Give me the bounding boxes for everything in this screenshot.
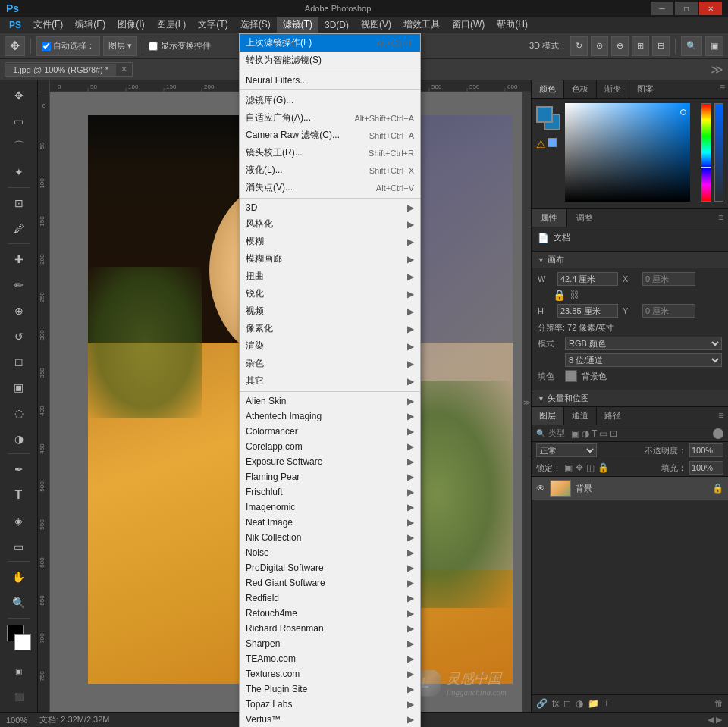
close-button[interactable]: ✕	[699, 2, 722, 15]
blend-mode-select[interactable]: 正常	[536, 443, 597, 457]
plugin-exposure-software[interactable]: Exposure Software ▶	[240, 454, 420, 469]
text-tool[interactable]: T	[7, 483, 31, 507]
plugin-vertus[interactable]: Vertus™ ▶	[240, 712, 420, 727]
filter-vanishing[interactable]: 消失点(V)... Alt+Ctrl+V	[240, 179, 420, 196]
rotate-3d-btn[interactable]: ↻	[570, 36, 588, 56]
depth-select[interactable]: 8 位/通道	[565, 353, 722, 367]
lock-artboard-btn[interactable]: ◫	[586, 462, 595, 473]
hue-slider[interactable]	[701, 103, 711, 202]
lasso-tool[interactable]: ⌒	[7, 135, 31, 159]
hand-tool[interactable]: ✋	[7, 565, 31, 589]
plugin-colormancer[interactable]: Colormancer ▶	[240, 424, 420, 439]
filter-adjust-icon[interactable]: ◑	[582, 428, 589, 439]
layer-item-background[interactable]: 👁 背景 🔒	[532, 477, 728, 500]
web-safe-swatch[interactable]	[548, 138, 557, 147]
filter-noise[interactable]: 杂色 ▶	[240, 355, 420, 372]
w-input[interactable]	[557, 272, 618, 286]
doc-tab-label[interactable]: 1.jpg @ 100% (RGB/8#) *	[5, 64, 116, 76]
crop-tool[interactable]: ⊡	[7, 191, 31, 215]
filter-gallery[interactable]: 滤镜库(G)...	[240, 92, 420, 109]
move-tool-btn[interactable]: ✥	[5, 36, 25, 56]
lock-icon[interactable]: 🔒	[553, 289, 566, 301]
plugin-red-giant[interactable]: Red Giant Software ▶	[240, 575, 420, 591]
blur-tool[interactable]: ◌	[7, 401, 31, 425]
filter-text-icon[interactable]: T	[592, 428, 597, 439]
plugin-topaz[interactable]: Topaz Labs ▶	[240, 697, 420, 712]
foreground-swatch[interactable]	[536, 106, 553, 123]
eraser-tool[interactable]: ◻	[7, 349, 31, 374]
filter-3d[interactable]: 3D ▶	[240, 200, 420, 215]
paths-tab[interactable]: 路径	[597, 407, 629, 425]
minimize-button[interactable]: ─	[651, 2, 673, 15]
pan-3d-btn[interactable]: ⊕	[611, 36, 629, 56]
filter-last-action[interactable]: 上次滤镜操作(F) Alt+Ctrl+F	[240, 34, 420, 52]
plugin-prodigital[interactable]: ProDigital Software ▶	[240, 560, 420, 575]
edit-mode-btn[interactable]: ▣	[7, 660, 31, 684]
menu-plugins[interactable]: 增效工具	[397, 17, 446, 33]
filter-sharpen[interactable]: 锐化 ▶	[240, 285, 420, 302]
adjustments-tab[interactable]: 调整	[567, 209, 602, 227]
search-btn[interactable]: 🔍	[681, 36, 702, 56]
opacity-input[interactable]	[689, 443, 723, 457]
menu-image[interactable]: 图像(I)	[111, 17, 150, 33]
plugin-flaming-pear[interactable]: Flaming Pear ▶	[240, 469, 420, 484]
menu-help[interactable]: 帮助(H)	[491, 17, 534, 33]
gradient-tool[interactable]: ▣	[7, 375, 31, 400]
clone-tool[interactable]: ⊕	[7, 299, 31, 323]
gradient-tab[interactable]: 渐变	[597, 80, 629, 98]
menu-view[interactable]: 视图(V)	[355, 17, 397, 33]
lock-position-btn[interactable]: ✥	[576, 462, 583, 473]
lock-all-btn[interactable]: 🔒	[598, 462, 609, 473]
fill-swatch[interactable]	[565, 370, 577, 382]
layer-mask-btn[interactable]: ◻	[563, 698, 571, 709]
menu-window[interactable]: 窗口(W)	[446, 17, 491, 33]
filter-distort[interactable]: 扭曲 ▶	[240, 268, 420, 285]
plugin-alien-skin[interactable]: Alien Skin ▶	[240, 393, 420, 409]
filter-smart-icon[interactable]: ⊡	[610, 428, 617, 439]
filter-neural[interactable]: Neural Filters...	[240, 73, 420, 88]
plugin-redfield[interactable]: Redfield ▶	[240, 591, 420, 606]
h-input[interactable]	[557, 304, 618, 318]
scale-3d-btn[interactable]: ⊟	[652, 36, 670, 56]
new-layer-btn[interactable]: +	[604, 698, 609, 709]
layers-menu-btn[interactable]: ≡	[714, 407, 728, 425]
screen-mode-btn[interactable]: ⬛	[7, 685, 31, 709]
properties-tab[interactable]: 属性	[532, 209, 567, 227]
slide-3d-btn[interactable]: ⊞	[632, 36, 649, 56]
eyedropper-tool[interactable]: 🖉	[7, 217, 31, 241]
filter-liquify[interactable]: 液化(L)... Shift+Ctrl+X	[240, 161, 420, 179]
menu-text[interactable]: 文字(T)	[192, 17, 234, 33]
panel-menu-btn[interactable]: ≡	[720, 82, 725, 92]
path-select-tool[interactable]: ◈	[7, 509, 31, 533]
plugin-athentech[interactable]: Athentech Imaging ▶	[240, 409, 420, 424]
filter-shape-icon[interactable]: ▭	[599, 428, 607, 439]
filter-render[interactable]: 渲染 ▶	[240, 337, 420, 355]
link-layers-btn[interactable]: 🔗	[536, 698, 548, 709]
zoom-tool[interactable]: 🔍	[7, 591, 31, 615]
pattern-tab[interactable]: 图案	[629, 80, 661, 98]
menu-layer[interactable]: 图层(L)	[151, 17, 193, 33]
auto-select-checkbox[interactable]	[42, 42, 51, 51]
plugin-sharpen[interactable]: Sharpen ▶	[240, 636, 420, 651]
y-input[interactable]	[642, 304, 695, 318]
plugin-textures[interactable]: Textures.com ▶	[240, 666, 420, 682]
filter-pixel-icon[interactable]: ▣	[571, 428, 579, 439]
panel-toggle-btn[interactable]: ▣	[705, 36, 723, 56]
plugin-nik-collection[interactable]: Nik Collection ▶	[240, 530, 420, 545]
lock-pixels-btn[interactable]: ▣	[564, 462, 573, 473]
show-transform-checkbox[interactable]	[149, 42, 158, 51]
filter-stylize[interactable]: 风格化 ▶	[240, 215, 420, 233]
selection-tool[interactable]: ▭	[7, 109, 31, 133]
layer-visibility-toggle[interactable]: 👁	[536, 483, 545, 494]
maximize-button[interactable]: □	[675, 2, 698, 15]
healing-tool[interactable]: ✚	[7, 247, 31, 271]
menu-select[interactable]: 选择(S)	[234, 17, 277, 33]
x-input[interactable]	[642, 272, 695, 286]
auto-select-btn[interactable]: 自动选择：	[36, 36, 100, 56]
menu-file[interactable]: 文件(F)	[27, 17, 69, 33]
channels-tab[interactable]: 通道	[564, 407, 597, 425]
plugin-neat-image[interactable]: Neat Image ▶	[240, 515, 420, 530]
properties-menu-btn[interactable]: ≡	[714, 209, 728, 227]
filter-blur[interactable]: 模糊 ▶	[240, 233, 420, 250]
menu-filter[interactable]: 滤镜(T)	[277, 17, 318, 33]
